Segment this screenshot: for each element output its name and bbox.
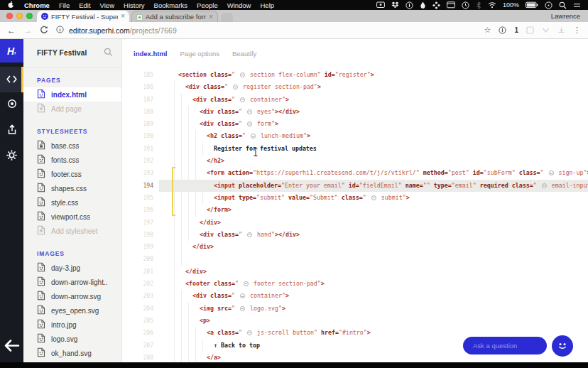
tab-fifty-festival[interactable]: FIFTY Festival - SuperHi × (37, 11, 129, 22)
clock-icon[interactable] (462, 1, 469, 9)
file-item[interactable]: fonts.css (23, 153, 121, 167)
code-line-194[interactable]: 194<input placeholder="Enter your email"… (122, 180, 588, 192)
code-line-193[interactable]: 193<form action="https://superhi1.create… (122, 167, 588, 179)
file-item[interactable]: eyes_open.svg (23, 303, 121, 318)
time-circle-icon[interactable] (545, 1, 552, 9)
editor-tab-filename[interactable]: index.html (134, 50, 168, 58)
file-item[interactable]: day-3.jpg (23, 261, 121, 275)
class-toggle-icon[interactable] (240, 72, 245, 77)
code-line-192[interactable]: 192</h2> (122, 155, 588, 167)
file-item[interactable]: index.html (23, 87, 121, 102)
code-line-186[interactable]: 186<div class=" register section-pad"> (122, 81, 588, 93)
file-item[interactable]: base.css (23, 139, 121, 153)
url-field[interactable]: editor.superhi.com/projects/7669 (56, 26, 477, 35)
rail-code-tab[interactable] (0, 67, 23, 92)
file-item[interactable]: style.css (23, 195, 121, 210)
code-line-195[interactable]: 195<input type="submit" value="Submit" c… (122, 192, 588, 204)
menu-people[interactable]: People (197, 1, 218, 9)
class-toggle-icon[interactable] (247, 232, 252, 237)
file-item[interactable]: intro.jpg (23, 318, 121, 332)
menu-lines-icon[interactable] (573, 2, 581, 9)
class-toggle-icon[interactable] (247, 109, 252, 114)
ask-question-input[interactable]: Ask a question (463, 337, 547, 355)
rail-share-tab[interactable] (0, 118, 23, 144)
code-line-199[interactable]: 199</div> (122, 241, 588, 253)
code-line-200[interactable]: 200 (122, 253, 588, 265)
close-tab-icon[interactable]: × (121, 13, 125, 20)
class-toggle-icon[interactable] (251, 134, 256, 139)
rail-settings-tab[interactable] (0, 144, 23, 169)
menu-view[interactable]: View (100, 1, 114, 9)
tab-add-subscribe-form[interactable]: Add a subscribe form to your × (131, 11, 218, 22)
close-tab-icon[interactable]: × (209, 13, 213, 21)
code-line-196[interactable]: 196</form> (122, 204, 588, 216)
code-line-204[interactable]: 204<img src=" logo.svg"> (122, 303, 588, 315)
wifi-icon[interactable] (488, 1, 496, 9)
back-arrow-button[interactable] (4, 339, 20, 355)
class-toggle-icon[interactable] (247, 330, 252, 335)
file-item[interactable]: down-arrow.svg (23, 289, 121, 303)
class-toggle-icon[interactable] (371, 195, 376, 200)
extension-circle-icon[interactable] (499, 24, 506, 37)
minimize-window-button[interactable] (16, 13, 23, 19)
file-item[interactable]: viewport.css (23, 210, 121, 224)
file-item[interactable]: footer.css (23, 167, 121, 181)
file-item[interactable]: Add page (23, 102, 121, 116)
menu-help[interactable]: Help (260, 1, 274, 9)
class-toggle-icon[interactable] (240, 97, 245, 102)
chrome-profile-name[interactable]: Lawrence (551, 12, 580, 20)
code-line-201[interactable]: 201</div> (122, 266, 588, 278)
close-window-button[interactable] (6, 13, 13, 19)
code-line-188[interactable]: 188<div class=" eyes"></div> (122, 106, 588, 118)
file-item[interactable]: logo.svg (23, 332, 121, 346)
code-area[interactable]: 185<section class=" section flex-column"… (122, 67, 588, 362)
file-item[interactable]: shapes.css (23, 181, 121, 195)
bluetooth-icon[interactable] (476, 1, 481, 9)
class-toggle-icon[interactable] (247, 121, 252, 126)
class-toggle-icon[interactable] (542, 183, 547, 188)
menu-edit[interactable]: Edit (79, 1, 90, 9)
dropbox-icon[interactable] (391, 1, 399, 9)
help-smiley-button[interactable] (552, 335, 573, 357)
editor-tab-beautify[interactable]: Beautify (232, 50, 256, 58)
extension-1password-icon[interactable]: 1 (514, 26, 518, 34)
new-tab-button[interactable] (221, 13, 233, 22)
circled-one-icon[interactable] (405, 1, 413, 9)
site-info-icon[interactable] (56, 26, 64, 35)
apple-menu-icon[interactable] (7, 1, 15, 10)
code-line-203[interactable]: 203<div class=" container"> (122, 290, 588, 302)
menu-history[interactable]: History (124, 1, 145, 9)
class-toggle-icon[interactable] (233, 85, 238, 90)
class-toggle-icon[interactable] (244, 281, 249, 286)
code-line-202[interactable]: 202<footer class=" footer section-pad"> (122, 278, 588, 290)
file-item[interactable]: Add stylesheet (23, 224, 121, 238)
droplet-icon[interactable] (420, 1, 426, 9)
code-line-197[interactable]: 197</div> (122, 217, 588, 229)
code-line-191[interactable]: 191Register for festival updates (122, 143, 588, 155)
rail-preview-tab[interactable] (0, 92, 23, 118)
code-line-198[interactable]: 198<div class=" hand"></div> (122, 229, 588, 241)
menu-window[interactable]: Window (227, 1, 251, 9)
menu-file[interactable]: File (59, 1, 70, 9)
class-toggle-icon[interactable] (240, 293, 245, 298)
code-line-187[interactable]: 187<div class=" container"> (122, 94, 588, 106)
flower-icon[interactable] (432, 1, 440, 9)
code-line-185[interactable]: 185<section class=" section flex-column"… (122, 69, 588, 81)
editor-tab-page-options[interactable]: Page options (180, 50, 219, 58)
zoom-window-button[interactable] (26, 13, 33, 19)
chrome-menu-icon[interactable]: ⋮ (573, 26, 581, 35)
code-line-205[interactable]: 205<p> (122, 315, 588, 327)
superhi-logo[interactable]: H, (0, 39, 23, 63)
back-icon[interactable]: ← (7, 26, 16, 35)
file-item[interactable]: ok_hand.svg (23, 346, 121, 360)
code-editor[interactable]: index.html Page options Beautify 185<sec… (122, 39, 588, 362)
bookmark-star-icon[interactable]: ☆ (484, 26, 491, 35)
code-line-190[interactable]: 190<h2 class=" lunch-medium"> (122, 130, 588, 142)
class-toggle-icon[interactable] (240, 306, 245, 311)
code-line-189[interactable]: 189<div class=" form"> (122, 118, 588, 130)
menu-bookmarks[interactable]: Bookmarks (154, 1, 188, 9)
search-icon[interactable] (104, 47, 113, 60)
file-item[interactable]: down-arrow-light... (23, 275, 121, 289)
window-icon[interactable] (447, 1, 455, 9)
screen-record-icon[interactable] (376, 1, 385, 9)
